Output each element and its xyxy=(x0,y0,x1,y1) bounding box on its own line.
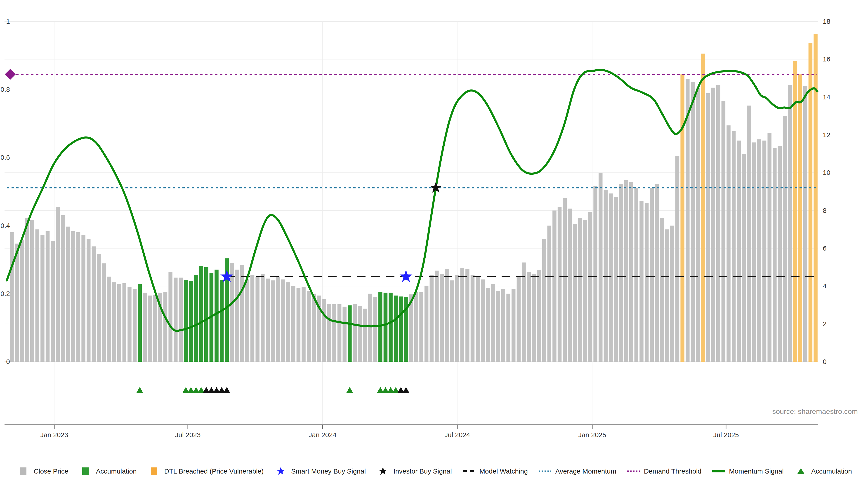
dtl-breached-bar xyxy=(793,61,797,362)
y-axis-right-tick-label: 12 xyxy=(823,131,830,138)
close-price-bar xyxy=(440,274,444,362)
close-price-bar xyxy=(742,154,746,362)
x-axis-tick-label: Jan 2024 xyxy=(309,431,336,438)
close-price-bar xyxy=(614,197,618,362)
average-momentum-dots-icon xyxy=(538,467,552,476)
close-price-bar xyxy=(87,239,91,362)
legend-item-close-price: Close Price xyxy=(16,467,68,476)
close-price-bar xyxy=(312,294,316,362)
dtl-breached-bar xyxy=(680,74,684,362)
close-price-bar xyxy=(435,271,439,362)
close-price-bar xyxy=(665,229,669,362)
close-price-bar xyxy=(266,279,270,362)
y-axis-right-tick-label: 4 xyxy=(823,282,827,290)
close-price-bar xyxy=(71,231,75,362)
y-axis-left-tick-label: 0 xyxy=(6,358,10,365)
close-price-bar xyxy=(767,133,772,362)
close-price-bar xyxy=(302,287,306,362)
accumulation-bar xyxy=(138,284,142,362)
accumulation-bar xyxy=(348,305,352,362)
close-price-bar xyxy=(30,220,34,362)
close-price-bar xyxy=(486,288,490,362)
close-price-bar xyxy=(230,263,234,362)
close-price-bar xyxy=(255,277,259,362)
accumulation-triangle-icon xyxy=(794,467,808,476)
close-price-bar xyxy=(276,277,280,362)
accumulation-bars-swatch-icon xyxy=(78,467,93,476)
legend-label: Average Momentum xyxy=(555,467,616,475)
close-price-bar xyxy=(112,283,116,362)
legend-item-smart-money-buy-signal: Smart Money Buy Signal xyxy=(274,467,366,476)
close-price-bar xyxy=(271,281,275,362)
accumulation-bar xyxy=(215,270,219,362)
close-price-bar xyxy=(522,263,526,362)
close-price-bar xyxy=(81,235,86,362)
close-price-bar xyxy=(588,213,592,362)
close-price-bar xyxy=(783,116,787,362)
close-price-bar xyxy=(583,220,587,362)
model-watching-dash-icon xyxy=(462,467,476,476)
x-axis-tick-label: Jan 2025 xyxy=(578,431,606,438)
close-price-bar xyxy=(20,240,24,362)
accumulation-marker-triangle xyxy=(403,387,409,393)
close-price-bar xyxy=(286,283,290,362)
close-price-bar xyxy=(260,274,265,362)
y-axis-right-tick-label: 2 xyxy=(823,320,827,328)
legend-item-momentum-signal: Momentum Signal xyxy=(711,467,784,476)
close-price-bar xyxy=(179,278,183,362)
close-price-bar xyxy=(123,283,127,362)
close-price-bar xyxy=(338,304,342,362)
close-price-swatch-icon xyxy=(16,467,31,476)
close-price-bar xyxy=(619,184,623,362)
close-price-bar xyxy=(496,291,500,362)
close-price-bar xyxy=(645,203,649,362)
close-price-bar xyxy=(527,272,531,362)
close-price-bar xyxy=(117,284,121,362)
close-price-bar xyxy=(711,88,715,362)
close-price-bar xyxy=(726,125,731,362)
x-axis-tick-label: Jul 2023 xyxy=(175,431,200,438)
close-price-bar xyxy=(716,85,720,362)
y-axis-right-tick-label: 0 xyxy=(823,358,827,365)
close-price-bar xyxy=(604,190,608,362)
y-axis-left-tick-label: 0.4 xyxy=(0,222,10,229)
close-price-bar xyxy=(419,292,423,362)
close-price-bar xyxy=(322,299,326,362)
close-price-bar xyxy=(76,232,81,362)
close-price-bar xyxy=(773,148,777,362)
y-axis-right-tick-label: 16 xyxy=(823,55,830,63)
close-price-bar xyxy=(578,218,582,362)
close-price-bar xyxy=(143,293,147,362)
close-price-bar xyxy=(696,88,700,362)
close-price-bar xyxy=(425,286,429,362)
close-price-bar xyxy=(501,289,505,362)
close-price-bar xyxy=(573,224,577,362)
close-price-bar xyxy=(66,227,70,362)
close-price-bar xyxy=(153,295,157,362)
smart-money-buy-star xyxy=(400,270,412,282)
y-axis-left-tick-label: 0.6 xyxy=(0,154,10,161)
close-price-bar xyxy=(373,297,377,362)
dtl-breached-swatch-icon xyxy=(147,467,161,476)
share-momentum-chart-screen: Jan 2023Jul 2023Jan 2024Jul 2024Jan 2025… xyxy=(0,0,868,488)
close-price-bar xyxy=(737,140,741,362)
legend-label: Investor Buy Signal xyxy=(393,467,452,475)
close-price-bar xyxy=(414,292,418,362)
close-price-bar xyxy=(634,188,639,362)
source-credit: source: sharemaestro.com xyxy=(772,408,858,416)
close-price-bar xyxy=(174,278,178,362)
close-price-bar xyxy=(568,208,572,362)
y-axis-right-tick-label: 10 xyxy=(823,169,830,176)
close-price-bar xyxy=(107,277,111,362)
demand-threshold-dots-icon xyxy=(626,467,641,476)
close-price-bar xyxy=(102,263,106,362)
legend-item-dtl-breached: DTL Breached (Price Vulnerable) xyxy=(147,467,264,476)
close-price-bar xyxy=(747,105,751,362)
smart-money-buy-signal-star-icon xyxy=(274,467,288,476)
close-price-bar xyxy=(706,93,710,362)
close-price-bar xyxy=(368,294,372,362)
close-price-bar xyxy=(343,307,347,362)
close-price-bar xyxy=(281,280,285,362)
legend-item-average-momentum: Average Momentum xyxy=(538,467,616,476)
close-price-bar xyxy=(445,269,449,362)
